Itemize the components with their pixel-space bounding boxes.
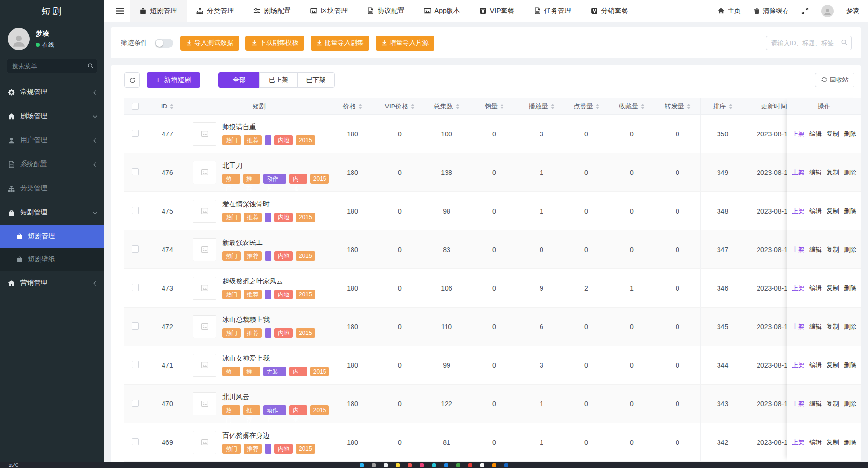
add-drama-button[interactable]: + 新增短剧 xyxy=(147,72,200,88)
sidebar-search-input[interactable] xyxy=(7,59,97,73)
row-checkbox[interactable] xyxy=(132,361,139,368)
action-copy[interactable]: 复制 xyxy=(827,207,839,215)
column-header[interactable]: 转发量 xyxy=(655,102,700,111)
column-header[interactable]: 收藏量 xyxy=(609,102,655,111)
top-tab[interactable]: 剧场配置 xyxy=(244,0,300,22)
row-checkbox[interactable] xyxy=(132,284,139,291)
taskbar-app-icon[interactable] xyxy=(432,463,436,467)
sidebar-item[interactable]: 分类管理 xyxy=(0,176,104,201)
fullscreen-icon[interactable] xyxy=(801,7,809,14)
action-copy[interactable]: 复制 xyxy=(827,361,839,370)
column-header[interactable]: VIP价格 xyxy=(376,102,423,111)
taskbar-app-icon[interactable] xyxy=(444,463,448,467)
action-delete[interactable]: 删除 xyxy=(844,245,856,254)
action-delete[interactable]: 删除 xyxy=(844,168,856,177)
action-publish[interactable]: 上架 xyxy=(792,207,804,215)
action-copy[interactable]: 复制 xyxy=(827,130,839,138)
action-edit[interactable]: 编辑 xyxy=(809,130,822,138)
taskbar-app-icon[interactable] xyxy=(408,463,412,467)
taskbar-app-icon[interactable] xyxy=(360,463,364,467)
column-header[interactable]: 排序 xyxy=(700,98,745,114)
taskbar-app-icon[interactable] xyxy=(480,463,484,467)
top-tab[interactable]: 短剧管理 xyxy=(130,0,187,22)
taskbar-app-icon[interactable] xyxy=(396,463,400,467)
action-edit[interactable]: 编辑 xyxy=(809,400,822,408)
action-edit[interactable]: 编辑 xyxy=(809,322,822,331)
status-tab[interactable]: 已下架 xyxy=(297,72,335,88)
column-header[interactable]: ID xyxy=(146,103,189,110)
action-delete[interactable]: 删除 xyxy=(844,207,856,215)
action-publish[interactable]: 上架 xyxy=(792,438,804,447)
action-delete[interactable]: 删除 xyxy=(844,284,856,293)
import-button[interactable]: 批量导入剧集 xyxy=(311,36,369,51)
sidebar-item[interactable]: 常规管理 xyxy=(0,80,104,104)
clear-cache-link[interactable]: 清除缓存 xyxy=(753,7,789,15)
row-checkbox[interactable] xyxy=(132,400,139,407)
top-tab[interactable]: VIP套餐 xyxy=(470,0,524,22)
sidebar-subitem-active[interactable]: 短剧管理 xyxy=(0,225,104,248)
topbar-username[interactable]: 梦凌 xyxy=(846,7,859,15)
action-copy[interactable]: 复制 xyxy=(827,168,839,177)
top-tab[interactable]: 区块管理 xyxy=(300,0,357,22)
search-icon[interactable] xyxy=(87,62,94,71)
taskbar-app-icon[interactable] xyxy=(492,463,496,467)
action-copy[interactable]: 复制 xyxy=(827,245,839,254)
action-copy[interactable]: 复制 xyxy=(827,438,839,447)
column-header[interactable]: 播放量 xyxy=(519,102,564,111)
action-delete[interactable]: 删除 xyxy=(844,361,856,370)
select-all-checkbox[interactable] xyxy=(132,103,139,110)
recycle-bin-button[interactable]: 回收站 xyxy=(815,73,854,87)
sidebar-subitem[interactable]: 短剧壁纸 xyxy=(0,248,104,271)
taskbar-app-icon[interactable] xyxy=(468,463,472,467)
action-publish[interactable]: 上架 xyxy=(792,130,804,138)
column-header[interactable]: 销量 xyxy=(470,102,519,111)
taskbar-app-icon[interactable] xyxy=(384,463,388,467)
table-search-input[interactable] xyxy=(766,36,852,50)
taskbar-app-icon[interactable] xyxy=(456,463,460,467)
action-delete[interactable]: 删除 xyxy=(844,438,856,447)
action-edit[interactable]: 编辑 xyxy=(809,438,822,447)
taskbar-app-icon[interactable] xyxy=(372,463,376,467)
status-tab[interactable]: 已上架 xyxy=(259,72,298,88)
row-checkbox[interactable] xyxy=(132,245,139,253)
row-checkbox[interactable] xyxy=(132,438,139,445)
action-edit[interactable]: 编辑 xyxy=(809,361,822,370)
action-publish[interactable]: 上架 xyxy=(792,284,804,293)
action-publish[interactable]: 上架 xyxy=(792,361,804,370)
hamburger-icon[interactable] xyxy=(110,7,130,14)
import-button[interactable]: 下载剧集模板 xyxy=(245,36,304,51)
column-header[interactable]: 价格 xyxy=(329,102,376,111)
taskbar-app-icon[interactable] xyxy=(420,463,424,467)
column-header[interactable]: 点赞量 xyxy=(564,102,609,111)
sidebar-item[interactable]: 剧场管理 xyxy=(0,104,104,128)
refresh-button[interactable] xyxy=(124,72,140,88)
action-publish[interactable]: 上架 xyxy=(792,322,804,331)
home-link[interactable]: 主页 xyxy=(718,7,741,15)
top-tab[interactable]: 分销套餐 xyxy=(581,0,638,22)
action-copy[interactable]: 复制 xyxy=(827,284,839,293)
action-copy[interactable]: 复制 xyxy=(827,400,839,408)
action-edit[interactable]: 编辑 xyxy=(809,168,822,177)
import-button[interactable]: 导入测试数据 xyxy=(180,36,239,51)
sidebar-item[interactable]: 短剧管理 xyxy=(0,201,104,225)
taskbar-app-icon[interactable] xyxy=(504,463,508,467)
action-edit[interactable]: 编辑 xyxy=(809,207,822,215)
top-tab[interactable]: 任务管理 xyxy=(524,0,581,22)
action-delete[interactable]: 删除 xyxy=(844,322,856,331)
sidebar-item[interactable]: 系统配置 xyxy=(0,152,104,176)
search-icon[interactable] xyxy=(841,39,848,48)
action-delete[interactable]: 删除 xyxy=(844,130,856,138)
status-tab[interactable]: 全部 xyxy=(218,72,260,88)
row-checkbox[interactable] xyxy=(132,207,139,214)
import-button[interactable]: 增量导入片源 xyxy=(376,36,434,51)
action-publish[interactable]: 上架 xyxy=(792,168,804,177)
row-checkbox[interactable] xyxy=(132,322,139,330)
sidebar-item[interactable]: 用户管理 xyxy=(0,128,104,152)
row-checkbox[interactable] xyxy=(132,130,139,137)
action-publish[interactable]: 上架 xyxy=(792,400,804,408)
top-tab[interactable]: 协议配置 xyxy=(357,0,414,22)
topbar-avatar[interactable] xyxy=(821,5,834,17)
top-tab[interactable]: 分类管理 xyxy=(187,0,244,22)
action-copy[interactable]: 复制 xyxy=(827,322,839,331)
row-checkbox[interactable] xyxy=(132,168,139,175)
